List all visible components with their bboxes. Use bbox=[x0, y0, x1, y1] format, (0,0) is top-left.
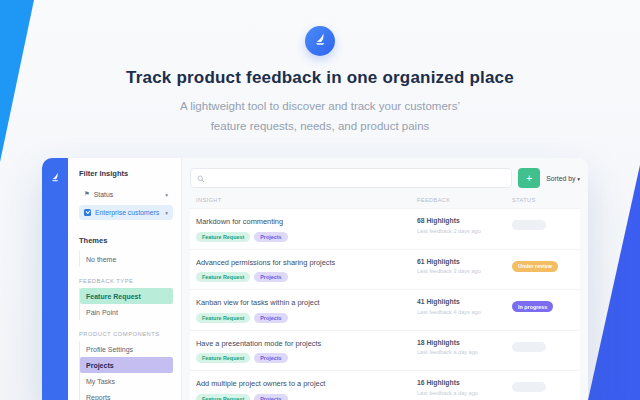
app-rail bbox=[42, 158, 68, 400]
enterprise-filter-label: Enterprise customers bbox=[95, 209, 159, 216]
sailboat-icon bbox=[312, 31, 328, 51]
hero-section: Track product feedback in one organized … bbox=[0, 0, 640, 136]
status-filter-label: Status bbox=[94, 191, 113, 198]
sort-dropdown[interactable]: Sorted by ▾ bbox=[546, 175, 580, 182]
sort-label: Sorted by bbox=[546, 175, 575, 182]
table-row[interactable]: Add multiple project owners to a project… bbox=[190, 371, 580, 400]
highlights-count: 41 Highlights bbox=[417, 298, 512, 305]
tag-feature-request[interactable]: Feature Request bbox=[196, 353, 250, 363]
insight-title: Markdown for commenting bbox=[196, 217, 417, 226]
tag-feature-request[interactable]: Feature Request bbox=[196, 313, 250, 323]
subtitle-line-1: A lightweight tool to discover and track… bbox=[0, 96, 640, 116]
subtitle-line-2: feature requests, needs, and product pai… bbox=[0, 116, 640, 136]
sidebar-item-no-theme[interactable]: No theme bbox=[80, 251, 173, 267]
last-feedback-text: Last feedback a day ago bbox=[417, 390, 512, 396]
search-icon bbox=[197, 169, 205, 187]
highlights-count: 18 Highlights bbox=[417, 339, 512, 346]
feedback-type-section-title: FEEDBACK TYPE bbox=[79, 278, 173, 284]
status-filter-dropdown[interactable]: ⚑ Status ▾ bbox=[79, 187, 173, 202]
header-insight: INSIGHT bbox=[196, 197, 417, 203]
chevron-down-icon: ▾ bbox=[577, 176, 580, 182]
chevron-down-icon: ▾ bbox=[165, 192, 168, 198]
last-feedback-text: Last feedback 3 days ago bbox=[417, 268, 512, 274]
tag-projects[interactable]: Projects bbox=[254, 272, 287, 282]
insight-title: Have a presentation mode for projects bbox=[196, 339, 417, 348]
page-subtitle: A lightweight tool to discover and track… bbox=[0, 96, 640, 136]
enterprise-customers-filter-dropdown[interactable]: Enterprise customers ▾ bbox=[79, 205, 173, 220]
sidebar-item-feature-request[interactable]: Feature Request bbox=[80, 288, 173, 304]
table-row[interactable]: Markdown for commenting Feature Request … bbox=[190, 208, 580, 250]
tag-feature-request[interactable]: Feature Request bbox=[196, 232, 250, 242]
decorative-band-right bbox=[588, 165, 640, 400]
last-feedback-text: Last feedback 2 days ago bbox=[417, 228, 512, 234]
chevron-down-icon: ▾ bbox=[165, 210, 168, 216]
sidebar-item-reports[interactable]: Reports bbox=[80, 389, 173, 400]
status-badge: Under review bbox=[512, 261, 558, 272]
status-badge bbox=[512, 220, 546, 230]
app-logo bbox=[305, 26, 335, 56]
last-feedback-text: Last feedback a day ago bbox=[417, 349, 512, 355]
status-badge bbox=[512, 342, 546, 352]
sidebar-item-pain-point[interactable]: Pain Point bbox=[80, 304, 173, 320]
insight-title: Kanban view for tasks within a project bbox=[196, 298, 417, 307]
insight-title: Advanced permissions for sharing project… bbox=[196, 258, 417, 267]
themes-title: Themes bbox=[79, 236, 173, 245]
sidebar-item-profile-settings[interactable]: Profile Settings bbox=[80, 341, 173, 357]
tag-projects[interactable]: Projects bbox=[254, 232, 287, 242]
search-input[interactable] bbox=[209, 175, 505, 182]
toolbar: + Sorted by ▾ bbox=[190, 168, 580, 188]
tag-projects[interactable]: Projects bbox=[254, 353, 287, 363]
sidebar-item-projects[interactable]: Projects bbox=[80, 357, 173, 373]
main-panel: + Sorted by ▾ INSIGHT FEEDBACK STATUS Ma… bbox=[182, 158, 588, 400]
tag-projects[interactable]: Projects bbox=[254, 394, 287, 400]
sailboat-icon-small[interactable] bbox=[49, 169, 61, 400]
table-row[interactable]: Kanban view for tasks within a project F… bbox=[190, 290, 580, 331]
sidebar-item-my-tasks[interactable]: My Tasks bbox=[80, 373, 173, 389]
status-badge bbox=[512, 382, 546, 392]
tag-projects[interactable]: Projects bbox=[254, 313, 287, 323]
search-box[interactable] bbox=[190, 168, 512, 188]
flag-icon: ⚑ bbox=[84, 191, 90, 198]
header-status: STATUS bbox=[512, 197, 574, 203]
checkbox-icon bbox=[84, 209, 91, 216]
page-title: Track product feedback in one organized … bbox=[0, 68, 640, 88]
filter-insights-title: Filter Insights bbox=[79, 169, 173, 178]
sidebar: Filter Insights ⚑ Status ▾ Enterprise cu… bbox=[68, 158, 182, 400]
last-feedback-text: Last feedback 4 days ago bbox=[417, 309, 512, 315]
insight-title: Add multiple project owners to a project bbox=[196, 379, 417, 388]
tag-feature-request[interactable]: Feature Request bbox=[196, 272, 250, 282]
highlights-count: 61 Highlights bbox=[417, 258, 512, 265]
add-insight-button[interactable]: + bbox=[518, 168, 540, 188]
table-row[interactable]: Have a presentation mode for projects Fe… bbox=[190, 331, 580, 372]
status-badge: In progress bbox=[512, 301, 553, 312]
table-header-row: INSIGHT FEEDBACK STATUS bbox=[190, 188, 580, 208]
header-feedback: FEEDBACK bbox=[417, 197, 512, 203]
product-components-section-title: PRODUCT COMPONENTS bbox=[79, 331, 173, 337]
app-window: Filter Insights ⚑ Status ▾ Enterprise cu… bbox=[42, 158, 588, 400]
highlights-count: 68 Highlights bbox=[417, 217, 512, 224]
highlights-count: 16 Highlights bbox=[417, 379, 512, 386]
tag-feature-request[interactable]: Feature Request bbox=[196, 394, 250, 400]
insight-list: Markdown for commenting Feature Request … bbox=[190, 208, 580, 400]
table-row[interactable]: Advanced permissions for sharing project… bbox=[190, 250, 580, 291]
